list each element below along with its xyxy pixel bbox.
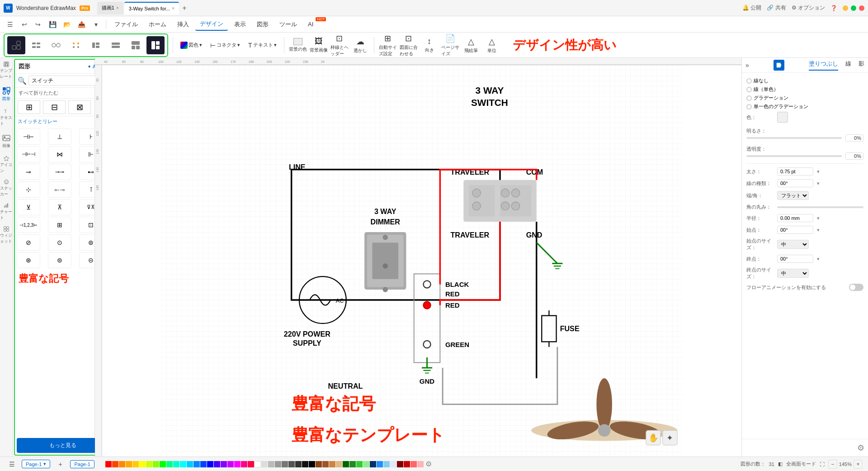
switch-shape-3[interactable]: ⊠	[68, 100, 91, 114]
color-button[interactable]: 図色 ▾	[178, 36, 205, 54]
color-swatch[interactable]	[336, 461, 342, 467]
radius-input[interactable]	[777, 214, 813, 222]
color-swatch[interactable]	[193, 461, 200, 467]
menu-ai[interactable]: AI HOT	[303, 19, 318, 29]
fill-gradient-radio[interactable]	[746, 95, 752, 101]
palette-settings-icon[interactable]: ⚙	[425, 460, 432, 468]
list-item[interactable]: ⊣1,2,3⊢	[17, 217, 40, 233]
color-swatch[interactable]	[153, 461, 159, 467]
list-item[interactable]: ⊙	[48, 234, 71, 251]
help-button[interactable]: ❓	[830, 5, 837, 11]
tab-3way-close[interactable]: ×	[172, 6, 175, 11]
theme-btn-7[interactable]	[127, 36, 145, 54]
fill-option-solid[interactable]: 線（単色）	[746, 86, 863, 93]
sidebar-item-sticker[interactable]: ステッカー	[0, 179, 13, 197]
add-tab-button[interactable]: +	[180, 4, 189, 13]
bg-color-button[interactable]: 背景の色	[289, 36, 307, 54]
color-swatch[interactable]	[316, 461, 322, 467]
color-swatch[interactable]	[234, 461, 241, 467]
switch-shape-2[interactable]: ⊟	[43, 100, 66, 114]
menu-view[interactable]: 表示	[230, 19, 250, 30]
list-item[interactable]: ⊸⊸	[48, 164, 71, 180]
list-item[interactable]: ⊣⊢⊣	[17, 146, 40, 162]
color-swatch[interactable]	[417, 461, 424, 467]
color-swatch[interactable]	[261, 461, 268, 467]
canvas-content[interactable]: 3 WAY SWITCH LINE 3 WAY DIMMER	[102, 65, 741, 457]
color-swatch[interactable]	[200, 461, 207, 467]
direction-button[interactable]: ↕ 向き	[420, 36, 439, 54]
end-input[interactable]	[777, 255, 813, 263]
theme-btn-4[interactable]	[67, 36, 85, 54]
color-swatch[interactable]	[349, 461, 356, 467]
color-swatch[interactable]	[329, 461, 335, 467]
start-size-select[interactable]: 中小大	[777, 240, 809, 249]
theme-btn-2[interactable]	[27, 36, 45, 54]
sidebar-item-image[interactable]: 画像	[0, 132, 13, 150]
color-swatch[interactable]	[221, 461, 227, 467]
brightness-value[interactable]	[845, 134, 863, 142]
opacity-value[interactable]	[845, 152, 863, 160]
expand-button[interactable]: »	[745, 62, 749, 69]
close-button[interactable]	[859, 5, 864, 11]
fill-option-single-gradient[interactable]: 単一色のグラデーション	[746, 103, 863, 110]
end-size-select[interactable]: 中小大	[777, 269, 809, 278]
sidebar-item-widget[interactable]: ウィジェット	[0, 226, 13, 244]
theme-btn-3[interactable]	[47, 36, 65, 54]
maximize-button[interactable]	[851, 5, 856, 11]
menu-design[interactable]: デザイン	[195, 18, 228, 31]
theme-btn-6[interactable]	[107, 36, 125, 54]
unit-button[interactable]: △ 単位	[483, 36, 501, 54]
sidebar-item-shapes[interactable]: 図形	[0, 85, 13, 103]
opacity-slider[interactable]	[746, 155, 842, 157]
color-swatch[interactable]	[105, 461, 112, 467]
fill-solid-radio[interactable]	[746, 87, 752, 92]
fill-none-radio[interactable]	[746, 78, 752, 84]
color-swatch[interactable]	[139, 461, 146, 467]
color-swatch[interactable]	[288, 461, 295, 467]
theme-btn-5[interactable]	[87, 36, 105, 54]
color-swatch[interactable]	[302, 461, 308, 467]
color-swatch[interactable]	[214, 461, 220, 467]
theme-btn-1[interactable]	[7, 36, 25, 54]
color-swatch[interactable]	[397, 461, 403, 467]
menu-home[interactable]: ホーム	[144, 19, 171, 30]
list-item[interactable]: ⟜⊸	[48, 181, 71, 198]
undo-button[interactable]: ↩	[18, 18, 31, 31]
round-slider[interactable]	[777, 206, 863, 208]
sidebar-item-text[interactable]: T テキスト	[0, 109, 13, 127]
settings-gear-icon[interactable]: ⚙	[857, 443, 864, 452]
statusbar-menu-icon[interactable]: ☰	[5, 458, 18, 471]
color-swatch[interactable]	[322, 461, 329, 467]
color-palette[interactable]	[105, 460, 424, 469]
color-swatch[interactable]	[377, 461, 383, 467]
list-item[interactable]: ⊛	[17, 252, 40, 268]
color-swatch[interactable]	[390, 461, 396, 467]
corner-select[interactable]: フラット 丸 矢印	[777, 191, 809, 200]
publish-button[interactable]: 🔔 公開	[742, 4, 761, 12]
fit-button[interactable]: ⊡ 図面に合わせる	[400, 36, 418, 54]
color-swatch[interactable]	[275, 461, 281, 467]
color-swatch[interactable]	[268, 461, 274, 467]
color-swatch[interactable]	[160, 461, 166, 467]
color-picker-swatch[interactable]	[777, 112, 788, 123]
color-swatch[interactable]	[410, 461, 417, 467]
color-swatch[interactable]	[370, 461, 376, 467]
list-item[interactable]: ⊹	[17, 181, 40, 198]
color-swatch[interactable]	[112, 461, 118, 467]
autosize-button[interactable]: ⊞ 自動サイズ設定	[379, 36, 397, 54]
list-item[interactable]: ⊼	[48, 199, 71, 215]
flow-anim-toggle[interactable]	[849, 284, 863, 291]
bg-image-button[interactable]: 🖼 背景画像	[310, 36, 328, 54]
redo-button[interactable]: ↪	[32, 18, 44, 31]
color-swatch[interactable]	[180, 461, 186, 467]
sidebar-item-icon[interactable]: アイコン	[0, 156, 13, 174]
color-swatch[interactable]	[404, 461, 410, 467]
tab-3way[interactable]: 3-Way Switch for... ×	[124, 2, 179, 14]
line-style-input[interactable]	[777, 179, 813, 187]
color-swatch[interactable]	[255, 461, 261, 467]
color-swatch[interactable]	[363, 461, 369, 467]
save-button[interactable]: 💾	[46, 18, 59, 31]
color-swatch[interactable]	[343, 461, 349, 467]
frame-button[interactable]: ⊡ 枠線とヘッダー	[330, 36, 349, 54]
transparent-button[interactable]: ☁ 透かし	[351, 36, 369, 54]
